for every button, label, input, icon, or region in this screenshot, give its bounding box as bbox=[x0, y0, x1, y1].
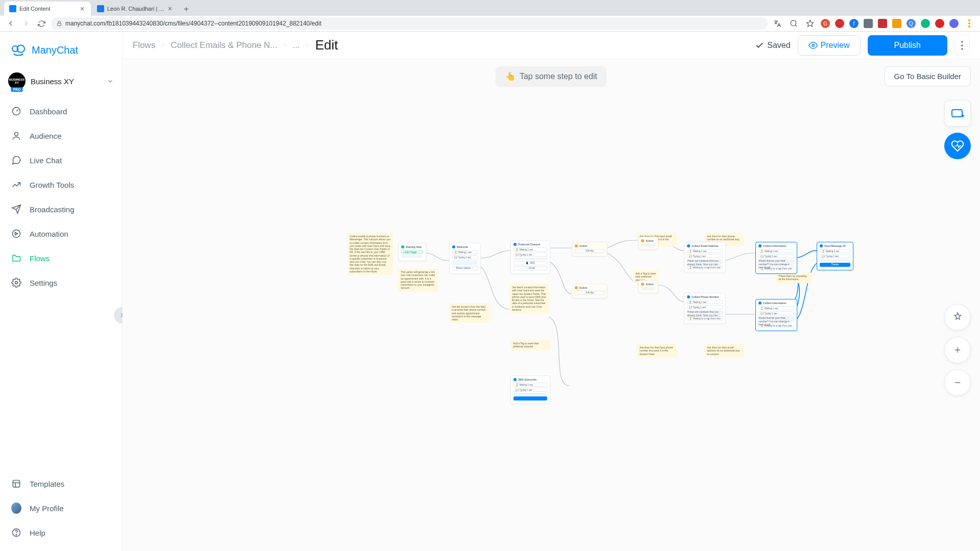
back-button[interactable] bbox=[5, 18, 16, 29]
sidebar-item-dashboard[interactable]: Dashboard bbox=[0, 99, 122, 123]
flow-node-start[interactable]: Starting Step + Add Trigger bbox=[398, 243, 426, 261]
ext-icon[interactable] bbox=[835, 19, 844, 28]
svg-point-11 bbox=[15, 282, 18, 284]
gear-icon bbox=[11, 278, 21, 288]
sticky-note[interactable]: Ask them for their best phone number and… bbox=[637, 344, 677, 358]
translate-icon[interactable] bbox=[772, 18, 783, 29]
ext-icon[interactable]: f bbox=[849, 19, 859, 28]
flow-node-collect-info[interactable]: Collect Information ⏳ Waiting 1 sec 💬 Ty… bbox=[755, 242, 797, 274]
sidebar-item-templates[interactable]: Templates bbox=[0, 471, 122, 496]
app: ManyChat BUSINESS XY PRO Business XY Das… bbox=[0, 32, 980, 551]
ext-icon[interactable] bbox=[935, 19, 944, 28]
flow-node-welcome[interactable]: Welcome ⏳ Waiting 1 sec 💬 Typing 1 sec B… bbox=[449, 243, 481, 274]
saved-status: Saved bbox=[755, 41, 790, 50]
ext-icon[interactable] bbox=[921, 19, 930, 28]
publish-button[interactable]: Publish bbox=[868, 35, 947, 56]
crumb-flows[interactable]: Flows bbox=[133, 40, 155, 51]
tab-inactive[interactable]: Leon R. Chaudhari | Facebook × bbox=[92, 2, 179, 16]
zoom-in-button[interactable] bbox=[944, 337, 971, 363]
close-icon[interactable]: × bbox=[166, 5, 174, 12]
sidebar-item-settings[interactable]: Settings bbox=[0, 270, 122, 295]
main: Flows Collect Emails & Phone N... ... Ed… bbox=[122, 32, 980, 551]
sidebar-item-automation[interactable]: Automation bbox=[0, 221, 122, 246]
sidebar-item-livechat[interactable]: Live Chat bbox=[0, 148, 122, 172]
logo[interactable]: ManyChat bbox=[0, 36, 122, 67]
nav-label: Help bbox=[30, 529, 45, 537]
star-icon[interactable] bbox=[804, 18, 816, 29]
flow-canvas[interactable]: 👆 Tap some step to edit Go To Basic Buil… bbox=[122, 59, 980, 551]
ext-icon[interactable] bbox=[864, 19, 873, 28]
tab-active[interactable]: Edit Content × bbox=[4, 2, 91, 16]
menu-icon[interactable] bbox=[964, 18, 975, 29]
ext-icon[interactable] bbox=[878, 19, 887, 28]
basic-builder-button[interactable]: Go To Basic Builder bbox=[885, 66, 971, 86]
svg-marker-3 bbox=[806, 20, 813, 27]
chevron-down-icon bbox=[107, 78, 114, 85]
publish-label: Publish bbox=[894, 41, 921, 50]
ext-icon[interactable]: G bbox=[821, 19, 830, 28]
nav-label: Dashboard bbox=[30, 107, 67, 116]
ext-icon[interactable] bbox=[892, 19, 901, 28]
forward-button[interactable] bbox=[20, 18, 32, 29]
url-text: manychat.com/fb181039443240830/cms/files… bbox=[65, 20, 322, 27]
tab-bar: Edit Content × Leon R. Chaudhari | Faceb… bbox=[0, 0, 980, 16]
zoom-icon[interactable] bbox=[788, 18, 799, 29]
sidebar-item-profile[interactable]: My Profile bbox=[0, 496, 122, 520]
sticky-note[interactable]: Collect emails & phone numbers in Messen… bbox=[347, 233, 393, 275]
reload-button[interactable] bbox=[36, 18, 47, 29]
sticky-note[interactable]: This option will generate a link your vi… bbox=[398, 268, 438, 292]
sticky-note[interactable]: Ask them for their email address as an a… bbox=[704, 344, 744, 358]
hint-text: Tap some step to edit bbox=[520, 72, 597, 81]
avatar-icon[interactable] bbox=[949, 19, 959, 28]
nav-label: Live Chat bbox=[30, 156, 62, 165]
basic-builder-label: Go To Basic Builder bbox=[894, 72, 961, 81]
sidebar-item-help[interactable]: Help bbox=[0, 520, 122, 545]
nav-label: Audience bbox=[30, 132, 62, 140]
flow-node-action[interactable]: Action bbox=[638, 237, 658, 250]
health-button[interactable] bbox=[944, 133, 971, 159]
new-tab-button[interactable]: + bbox=[180, 3, 193, 16]
canvas-buttons-top bbox=[944, 100, 971, 159]
canvas-hint: 👆 Tap some step to edit bbox=[496, 66, 606, 86]
flow-node-collect-phone[interactable]: Collect Phone Number ⏳ Waiting 1 sec 💬 T… bbox=[684, 293, 726, 324]
sticky-note[interactable]: Get the consent from the lead to provide… bbox=[449, 303, 489, 323]
topbar-actions: Saved Preview Publish bbox=[755, 35, 970, 56]
svg-point-5 bbox=[968, 22, 970, 24]
url-input[interactable]: manychat.com/fb181039443240830/cms/files… bbox=[51, 17, 768, 30]
nav-label: My Profile bbox=[30, 504, 64, 513]
flow-node-send-message[interactable]: Send Message #2 ⏳ Waiting 1 sec 💬 Typing… bbox=[817, 242, 853, 270]
more-button[interactable] bbox=[954, 35, 970, 56]
svg-point-10 bbox=[13, 230, 20, 238]
crumb-dots[interactable]: ... bbox=[292, 40, 300, 51]
nav-label: Broadcasting bbox=[30, 205, 75, 214]
sidebar-item-flows[interactable]: Flows bbox=[0, 246, 122, 270]
preview-button[interactable]: Preview bbox=[798, 35, 861, 56]
svg-point-18 bbox=[961, 41, 963, 42]
ext-icon[interactable]: Q bbox=[906, 19, 916, 28]
flow-node-action-sms[interactable]: Action Add tag bbox=[572, 242, 607, 257]
flow-node-collect-email[interactable]: Collect Email Address ⏳ Waiting 1 sec 💬 … bbox=[684, 242, 726, 273]
sidebar-item-audience[interactable]: Audience bbox=[0, 123, 122, 148]
flow-node-preferred[interactable]: Preferred Channel ⏳ Waiting 1 sec 💬 Typi… bbox=[510, 240, 550, 274]
tab-title: Edit Content bbox=[19, 6, 79, 12]
crumb-flow-name[interactable]: Collect Emails & Phone N... bbox=[170, 40, 277, 51]
flow-diagram[interactable]: Collect emails & phone numbers in Messen… bbox=[347, 233, 868, 427]
sidebar-item-broadcasting[interactable]: Broadcasting bbox=[0, 197, 122, 221]
flow-node-action-email[interactable]: Action Add tag bbox=[572, 284, 607, 298]
breadcrumb: Flows Collect Emails & Phone N... ... Ed… bbox=[133, 37, 338, 53]
preview-label: Preview bbox=[821, 41, 850, 50]
automation-icon bbox=[11, 229, 21, 239]
zoom-out-button[interactable] bbox=[944, 369, 971, 396]
sticky-note[interactable]: Thank them for providing all the informa… bbox=[776, 272, 812, 283]
add-node-button[interactable] bbox=[944, 100, 971, 127]
sticky-note[interactable]: Add a Tag to save their preferred channe… bbox=[510, 340, 550, 350]
workspace-selector[interactable]: BUSINESS XY PRO Business XY bbox=[0, 67, 122, 99]
close-icon[interactable]: × bbox=[79, 5, 86, 12]
flow-node-action[interactable]: Action bbox=[638, 280, 658, 293]
flow-node-collect-info-2[interactable]: Collect Information ⏳ Waiting 1 sec 💬 Ty… bbox=[755, 299, 797, 331]
svg-point-20 bbox=[961, 48, 963, 49]
sidebar-item-growth[interactable]: Growth Tools bbox=[0, 172, 122, 197]
flow-node-sms-subscribe[interactable]: SMS Subscribe ⏳ Waiting 1 sec 💬 Typing 1… bbox=[510, 375, 550, 404]
sticky-note[interactable]: Get lead's contact information with User… bbox=[509, 284, 549, 313]
auto-arrange-button[interactable] bbox=[944, 304, 971, 331]
